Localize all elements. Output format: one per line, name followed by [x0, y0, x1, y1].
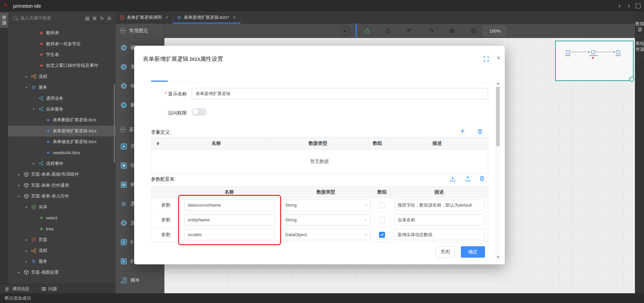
tree-item[interactable]: ▸页面 — [8, 234, 116, 245]
palette-section-header[interactable]: 常用图元 — [116, 24, 164, 38]
save-icon[interactable] — [636, 3, 641, 8]
datasource-panel-tab[interactable]: 数据源 — [635, 17, 644, 37]
minimap-resize-handle[interactable] — [629, 77, 634, 82]
close-button[interactable]: 关闭 — [435, 246, 455, 258]
array-checkbox[interactable] — [379, 202, 385, 208]
red-dot-icon — [40, 53, 43, 56]
chevron-right-icon[interactable]: ▸ — [25, 75, 31, 78]
chevron-down-icon[interactable]: ▾ — [25, 86, 31, 89]
tree-item-label: 学生表 — [46, 52, 59, 58]
chevron-right-icon[interactable]: ▸ — [25, 249, 31, 253]
param-desc-input[interactable] — [394, 214, 485, 225]
tree-item[interactable]: 教师表一对多学生 — [8, 38, 116, 49]
chevron-right-icon[interactable]: ▸ — [33, 162, 39, 165]
tree-item[interactable]: tree — [8, 223, 116, 234]
undo-icon[interactable]: ↶ — [405, 24, 414, 38]
gear-steel-icon: ⚙ — [120, 201, 127, 207]
tree-item[interactable]: 表单修改扩展逻辑.bizx — [8, 136, 116, 147]
problems-button[interactable]: 问题 — [48, 286, 57, 292]
param-type-select[interactable]: DataObject∨ — [281, 229, 371, 240]
param-name-input[interactable] — [184, 214, 275, 225]
tree-item[interactable]: newbiz44.bizx — [8, 147, 116, 158]
debug-bug-active-icon[interactable] — [363, 24, 371, 38]
tree-item[interactable]: ▸流程 — [8, 245, 116, 256]
param-type-select[interactable]: String∨ — [281, 214, 371, 225]
tree-item[interactable]: ▾实体服务 — [8, 104, 116, 115]
tree-item[interactable]: ▸页面-视图设置 — [8, 267, 116, 278]
tab-form-add-ext-logic[interactable]: ⚙ 表单新增扩展逻辑.bizx* × — [173, 11, 240, 23]
delete-params-icon[interactable] — [479, 176, 485, 182]
resources-panel-tab[interactable]: 资源 — [0, 12, 8, 28]
offline-resource-panel-tab[interactable]: 离线资源 — [635, 37, 644, 56]
close-icon[interactable]: × — [496, 54, 500, 62]
param-type-select[interactable]: String∨ — [281, 200, 371, 211]
param-name-input[interactable] — [184, 200, 275, 211]
array-checkbox[interactable] — [379, 232, 385, 238]
new-folder-icon[interactable]: ⊞ — [91, 15, 98, 21]
param-name-input[interactable] — [184, 229, 275, 240]
tree-item[interactable]: 自定义窗口操作按钮及事件 — [8, 60, 116, 71]
tree-item[interactable]: ▾页面-表单-录入控件 — [8, 191, 116, 202]
param-desc-input[interactable] — [394, 200, 485, 211]
tree-item[interactable]: ▾⚙服务 — [8, 82, 116, 93]
tree-item[interactable]: ▸页面-表单-高级/布局组件 — [8, 169, 116, 180]
zoom-level-value[interactable]: 100% — [484, 26, 506, 36]
debug-info-button[interactable]: 调试信息 — [12, 286, 30, 292]
zoom-out-icon[interactable]: ⊖ — [469, 24, 478, 38]
tree-item-label: 流程 — [39, 74, 47, 80]
tree-item[interactable]: ▸流程事件 — [8, 158, 116, 169]
chevron-down-icon[interactable]: ▾ — [25, 205, 31, 209]
tree-item[interactable]: 通用业务 — [8, 93, 116, 103]
collapse-section-icon[interactable] — [120, 127, 126, 132]
palette-item[interactable]: 脚本 — [116, 271, 164, 290]
fullscreen-icon[interactable] — [484, 56, 489, 61]
scroll-up-icon[interactable] — [497, 82, 499, 84]
locate-file-icon[interactable]: ▤ — [84, 15, 91, 21]
chevron-down-icon[interactable]: ▾ — [33, 107, 39, 111]
collapse-section-icon[interactable] — [120, 28, 126, 34]
tree-item[interactable]: ▸流程 — [8, 71, 116, 82]
debug-bug-icon[interactable] — [384, 24, 392, 38]
search-input[interactable]: 输入关键字搜索 — [20, 15, 84, 21]
chevron-right-icon[interactable]: ▸ — [18, 270, 24, 274]
array-checkbox[interactable] — [379, 217, 385, 223]
delete-variable-icon[interactable] — [477, 129, 483, 135]
zoom-in-icon[interactable]: ⊕ — [447, 24, 457, 38]
sidebar-scrollbar[interactable] — [114, 84, 115, 163]
tree-item-label: 服务 — [39, 84, 47, 90]
chevron-right-icon[interactable]: ▸ — [18, 183, 24, 187]
redo-icon[interactable]: ↷ — [426, 24, 436, 38]
export-params-icon[interactable] — [465, 176, 471, 182]
chevron-right-icon[interactable]: ▸ — [25, 260, 31, 263]
import-params-icon[interactable] — [449, 176, 456, 182]
access-permission-toggle[interactable] — [192, 108, 207, 116]
display-name-input[interactable] — [192, 88, 488, 99]
add-variable-icon[interactable]: + — [460, 128, 465, 134]
chevron-right-icon[interactable]: ▸ — [25, 238, 31, 242]
collapse-all-icon[interactable]: ⊟ — [106, 15, 113, 21]
tab-form-ext-logic-call[interactable]: 表单扩展逻辑调用 × — [116, 11, 173, 23]
scroll-down-icon[interactable] — [497, 256, 499, 258]
nav-forward-icon[interactable]: › — [624, 0, 634, 11]
dialog-scrollbar-thumb[interactable] — [496, 87, 500, 146]
box-icon — [24, 194, 29, 199]
blue-dot-icon — [47, 141, 49, 143]
tree-item[interactable]: ▸⚙服务 — [8, 256, 116, 267]
confirm-button[interactable]: 确定 — [461, 246, 485, 258]
run-debug-button[interactable]: ▶ — [341, 24, 350, 38]
tree-item[interactable]: 表单删除扩展逻辑.bizx — [8, 115, 116, 125]
tree-item[interactable]: 表单新增扩展逻辑.bizx — [8, 126, 116, 136]
tree-item[interactable]: 教师表 — [8, 28, 116, 38]
close-tab-icon[interactable]: × — [233, 15, 236, 20]
param-desc-input[interactable] — [394, 229, 485, 240]
chevron-right-icon[interactable]: ▸ — [18, 173, 24, 176]
refresh-icon[interactable]: ↻ — [98, 15, 106, 21]
tree-item[interactable]: 学生表 — [8, 49, 116, 60]
nav-back-icon[interactable]: ‹ — [615, 0, 624, 11]
tree-item[interactable]: ▸页面-表单-控件通用 — [8, 180, 116, 190]
close-tab-icon[interactable]: × — [165, 15, 168, 20]
tab-label: 表单新增扩展逻辑.bizx* — [184, 14, 229, 20]
chevron-down-icon[interactable]: ▾ — [18, 194, 24, 198]
tree-item[interactable]: select — [8, 213, 116, 223]
tree-item[interactable]: ▾实体 — [8, 202, 116, 212]
